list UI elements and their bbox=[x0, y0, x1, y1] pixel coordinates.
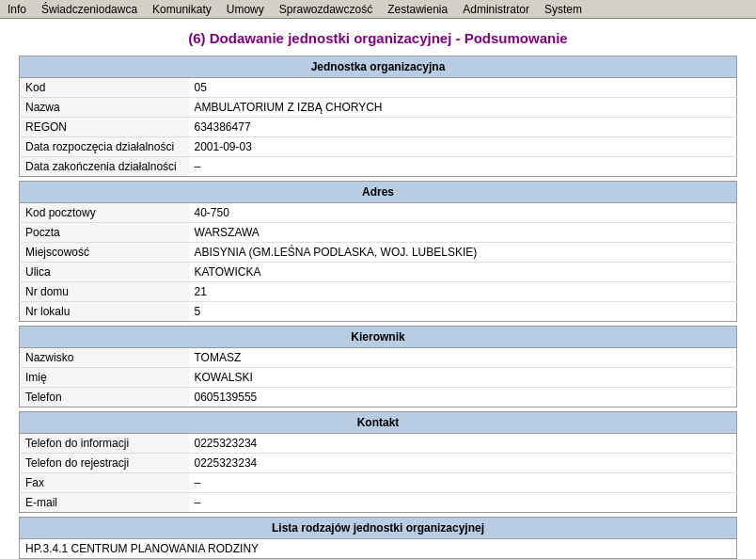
field-label: Poczta bbox=[20, 223, 189, 243]
jednostka-header: Jednostka organizacyjna bbox=[20, 56, 737, 78]
field-value: 634386477 bbox=[189, 118, 737, 137]
field-label: Nazwa bbox=[20, 98, 189, 118]
field-value: – bbox=[189, 473, 737, 493]
table-row: Telefon do informacji 0225323234 bbox=[20, 434, 737, 454]
field-value: 2001-09-03 bbox=[189, 137, 737, 157]
field-label: Telefon do informacji bbox=[20, 434, 189, 454]
field-value: WARSZAWA bbox=[189, 223, 737, 243]
menu-item-zestawienia[interactable]: Zestawienia bbox=[380, 2, 455, 17]
field-label: REGON bbox=[20, 118, 189, 137]
table-row: Data zakończenia działalności – bbox=[20, 157, 737, 177]
kontakt-header: Kontakt bbox=[20, 412, 737, 434]
table-row: Poczta WARSZAWA bbox=[20, 223, 737, 243]
field-label: Telefon bbox=[20, 388, 189, 407]
lista-header-row: Lista rodzajów jednostki organizacyjnej bbox=[20, 518, 737, 539]
page-title: (6) Dodawanie jednostki organizacyjnej -… bbox=[19, 30, 737, 46]
menu-item-swiadczeniodawca[interactable]: Świadczeniodawca bbox=[34, 2, 145, 17]
field-value: AMBULATORIUM Z IZBĄ CHORYCH bbox=[189, 98, 737, 118]
field-value: KATOWICKA bbox=[189, 263, 737, 282]
table-row: Telefon do rejestracji 0225323234 bbox=[20, 454, 737, 473]
table-row: Ulica KATOWICKA bbox=[20, 263, 737, 282]
kontakt-table: Kontakt Telefon do informacji 0225323234… bbox=[19, 411, 737, 513]
field-label: Kod bbox=[20, 78, 189, 98]
menu-item-komunikaty[interactable]: Komunikaty bbox=[145, 2, 219, 17]
adres-table: Adres Kod pocztowy 40-750 Poczta WARSZAW… bbox=[19, 181, 737, 322]
kierownik-header-row: Kierownik bbox=[20, 327, 737, 348]
field-value: 0225323234 bbox=[189, 454, 737, 473]
table-row: E-mail – bbox=[20, 493, 737, 513]
table-row: Nazwisko TOMASZ bbox=[20, 348, 737, 368]
field-value: 40-750 bbox=[189, 203, 737, 223]
field-label: Miejscowość bbox=[20, 243, 189, 263]
table-row: Kod pocztowy 40-750 bbox=[20, 203, 737, 223]
menu-item-system[interactable]: System bbox=[537, 2, 590, 17]
field-value: – bbox=[189, 493, 737, 513]
table-row: Kod 05 bbox=[20, 78, 737, 98]
field-value: ABISYNIA (GM.LEŚNA PODLASKA, WOJ. LUBELS… bbox=[189, 243, 737, 263]
field-value: 0225323234 bbox=[189, 434, 737, 454]
field-label: Nr lokalu bbox=[20, 302, 189, 322]
jednostka-header-row: Jednostka organizacyjna bbox=[20, 56, 737, 78]
table-row: Imię KOWALSKI bbox=[20, 368, 737, 388]
adres-header: Adres bbox=[20, 182, 737, 203]
field-label: Nazwisko bbox=[20, 348, 189, 368]
menu-item-info[interactable]: Info bbox=[0, 2, 34, 17]
menu-item-umowy[interactable]: Umowy bbox=[219, 2, 272, 17]
table-row: Fax – bbox=[20, 473, 737, 493]
table-row: Nr lokalu 5 bbox=[20, 302, 737, 322]
field-value: 05 bbox=[189, 78, 737, 98]
field-label: Data zakończenia działalności bbox=[20, 157, 189, 177]
menu-item-sprawozdawczosc[interactable]: Sprawozdawczość bbox=[272, 2, 380, 17]
kierownik-table: Kierownik Nazwisko TOMASZ Imię KOWALSKI … bbox=[19, 326, 737, 407]
table-row: Telefon 0605139555 bbox=[20, 388, 737, 407]
lista-header: Lista rodzajów jednostki organizacyjnej bbox=[20, 518, 737, 539]
field-value: TOMASZ bbox=[189, 348, 737, 368]
lista-table: Lista rodzajów jednostki organizacyjnej … bbox=[19, 517, 737, 559]
field-value: 0605139555 bbox=[189, 388, 737, 407]
menu-item-administrator[interactable]: Administrator bbox=[455, 2, 537, 17]
kierownik-header: Kierownik bbox=[20, 327, 737, 348]
field-label: Imię bbox=[20, 368, 189, 388]
table-row: Miejscowość ABISYNIA (GM.LEŚNA PODLASKA,… bbox=[20, 243, 737, 263]
list-item: HP.3.4.1 CENTRUM PLANOWANIA RODZINY bbox=[20, 539, 737, 559]
table-row: Data rozpoczęcia działalności 2001-09-03 bbox=[20, 137, 737, 157]
field-label: Ulica bbox=[20, 263, 189, 282]
jednostka-table: Jednostka organizacyjna Kod 05 Nazwa AMB… bbox=[19, 56, 737, 177]
table-row: Nazwa AMBULATORIUM Z IZBĄ CHORYCH bbox=[20, 98, 737, 118]
field-value: 5 bbox=[189, 302, 737, 322]
lista-item-0: HP.3.4.1 CENTRUM PLANOWANIA RODZINY bbox=[20, 539, 737, 559]
kontakt-header-row: Kontakt bbox=[20, 412, 737, 434]
field-label: Telefon do rejestracji bbox=[20, 454, 189, 473]
table-row: REGON 634386477 bbox=[20, 118, 737, 137]
field-value: – bbox=[189, 157, 737, 177]
field-label: Data rozpoczęcia działalności bbox=[20, 137, 189, 157]
field-value: 21 bbox=[189, 282, 737, 302]
main-content: (6) Dodawanie jednostki organizacyjnej -… bbox=[0, 19, 756, 559]
field-label: Kod pocztowy bbox=[20, 203, 189, 223]
field-label: Fax bbox=[20, 473, 189, 493]
field-label: Nr domu bbox=[20, 282, 189, 302]
field-value: KOWALSKI bbox=[189, 368, 737, 388]
adres-header-row: Adres bbox=[20, 182, 737, 203]
menubar: Info Świadczeniodawca Komunikaty Umowy S… bbox=[0, 0, 756, 19]
table-row: Nr domu 21 bbox=[20, 282, 737, 302]
field-label: E-mail bbox=[20, 493, 189, 513]
